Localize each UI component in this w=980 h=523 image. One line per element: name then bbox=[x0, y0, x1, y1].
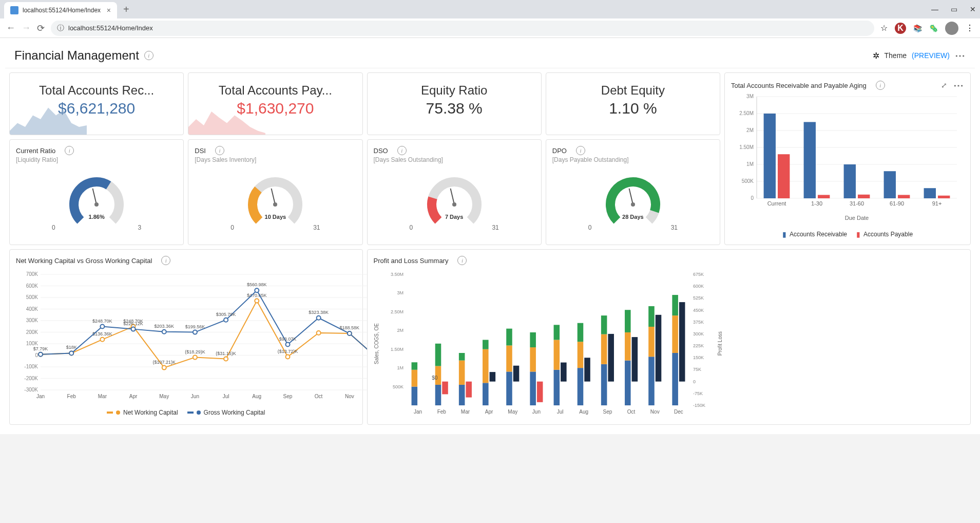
svg-text:Apr: Apr bbox=[485, 409, 493, 415]
svg-line-37 bbox=[629, 189, 632, 204]
svg-text:-150K: -150K bbox=[693, 403, 705, 408]
svg-text:Sep: Sep bbox=[283, 394, 293, 399]
svg-text:-100K: -100K bbox=[24, 364, 38, 369]
svg-rect-190 bbox=[672, 353, 678, 405]
site-info-icon[interactable]: ⓘ bbox=[57, 24, 64, 33]
svg-point-87 bbox=[131, 327, 136, 331]
maximize-icon[interactable]: ▭ bbox=[951, 5, 957, 13]
svg-point-65 bbox=[100, 338, 104, 342]
svg-rect-162 bbox=[530, 332, 536, 347]
gauge-value: 10 Days bbox=[195, 214, 356, 220]
more-options-icon[interactable]: ⋯ bbox=[953, 79, 964, 91]
svg-rect-176 bbox=[601, 334, 607, 364]
svg-rect-148 bbox=[466, 382, 472, 398]
page-title: Financial Management bbox=[14, 48, 139, 63]
svg-rect-173 bbox=[584, 358, 590, 381]
info-icon[interactable]: i bbox=[397, 146, 407, 155]
minimize-icon[interactable]: — bbox=[931, 5, 938, 13]
svg-text:Dec: Dec bbox=[674, 409, 683, 415]
svg-text:($107.21)K: ($107.21)K bbox=[152, 360, 176, 365]
svg-text:0: 0 bbox=[693, 379, 696, 384]
menu-icon[interactable]: ⋮ bbox=[966, 23, 974, 33]
svg-text:3.50M: 3.50M bbox=[390, 272, 403, 277]
svg-text:($18.29)K: ($18.29)K bbox=[185, 349, 205, 354]
kpi-value: 75.38 % bbox=[373, 100, 536, 117]
svg-rect-183 bbox=[631, 337, 638, 382]
svg-rect-18 bbox=[804, 122, 816, 199]
info-icon[interactable]: i bbox=[215, 146, 224, 155]
theme-gear-icon[interactable]: ✲ bbox=[873, 51, 879, 61]
svg-rect-137 bbox=[411, 362, 417, 370]
svg-text:91+: 91+ bbox=[932, 200, 942, 207]
svg-rect-172 bbox=[577, 323, 583, 342]
more-options-icon[interactable]: ⋯ bbox=[955, 49, 966, 62]
svg-text:Oct: Oct bbox=[627, 409, 635, 415]
svg-point-89 bbox=[162, 330, 166, 334]
svg-text:2M: 2M bbox=[746, 127, 754, 133]
svg-text:100K: 100K bbox=[26, 341, 39, 346]
svg-text:225K: 225K bbox=[693, 343, 704, 348]
info-icon[interactable]: i bbox=[876, 81, 885, 90]
info-icon[interactable]: i bbox=[576, 146, 585, 155]
back-icon[interactable]: ← bbox=[6, 23, 15, 33]
theme-label: Theme bbox=[885, 51, 907, 60]
svg-rect-147 bbox=[458, 353, 465, 361]
gauge-svg bbox=[424, 174, 485, 235]
kpi-title: Equity Ratio bbox=[373, 83, 536, 98]
bookmark-icon[interactable]: ☆ bbox=[880, 23, 888, 33]
svg-rect-182 bbox=[625, 310, 631, 332]
info-icon[interactable]: i bbox=[144, 51, 153, 60]
svg-text:($31.15)K: ($31.15)K bbox=[216, 351, 236, 356]
svg-text:$305.79K: $305.79K bbox=[216, 312, 236, 317]
kpi-accounts-payable[interactable]: Total Accounts Pay... $1,630,270 bbox=[188, 72, 362, 135]
favicon-icon bbox=[10, 6, 18, 14]
gauge-svg bbox=[602, 174, 664, 235]
sparkline-ap bbox=[188, 104, 265, 135]
svg-text:3M: 3M bbox=[397, 290, 403, 295]
svg-rect-171 bbox=[577, 342, 583, 368]
kpi-accounts-receivable[interactable]: Total Accounts Rec... $6,621,280 bbox=[9, 72, 184, 135]
extension-icon-2[interactable]: 🦠 bbox=[929, 24, 938, 32]
svg-text:$323.38K: $323.38K bbox=[309, 310, 329, 315]
svg-rect-188 bbox=[655, 315, 661, 382]
svg-text:61-90: 61-90 bbox=[890, 200, 904, 207]
svg-text:Aug: Aug bbox=[579, 409, 588, 415]
pl-ylabel-left: Sales, COGS, OE bbox=[374, 323, 379, 364]
sparkline-ar bbox=[10, 104, 87, 135]
profile-avatar[interactable] bbox=[945, 22, 958, 35]
svg-text:3M: 3M bbox=[746, 94, 754, 99]
close-window-icon[interactable]: ✕ bbox=[970, 5, 976, 13]
new-tab-button[interactable]: + bbox=[123, 4, 129, 15]
extension-k-icon[interactable]: K bbox=[895, 23, 906, 34]
svg-text:$188.58K: $188.58K bbox=[340, 325, 360, 330]
svg-rect-25 bbox=[898, 195, 910, 198]
info-icon[interactable]: i bbox=[161, 256, 170, 265]
legend-nwc: Net Working Capital bbox=[107, 409, 178, 416]
forward-icon[interactable]: → bbox=[22, 23, 31, 33]
tab-close-icon[interactable]: × bbox=[107, 6, 111, 14]
svg-text:1.50M: 1.50M bbox=[390, 347, 403, 352]
svg-rect-155 bbox=[506, 371, 512, 405]
svg-text:Due Date: Due Date bbox=[845, 215, 869, 221]
kpi-debt-equity[interactable]: Debt Equity 1.10 % bbox=[546, 72, 720, 135]
svg-text:500K: 500K bbox=[742, 178, 754, 184]
svg-rect-146 bbox=[458, 361, 465, 385]
svg-text:$93.07K: $93.07K bbox=[279, 337, 297, 342]
browser-tab[interactable]: localhost:55124/Home/Index × bbox=[4, 2, 117, 18]
svg-rect-168 bbox=[561, 363, 567, 382]
info-icon[interactable]: i bbox=[457, 256, 467, 265]
kpi-equity-ratio[interactable]: Equity Ratio 75.38 % bbox=[367, 72, 542, 135]
svg-text:31-60: 31-60 bbox=[850, 200, 864, 207]
svg-rect-180 bbox=[625, 361, 631, 405]
reload-icon[interactable]: ⟳ bbox=[37, 23, 45, 34]
svg-point-91 bbox=[193, 330, 197, 334]
svg-text:$248.70K: $248.70K bbox=[92, 319, 112, 324]
expand-icon[interactable]: ⤢ bbox=[941, 81, 947, 89]
extension-icon-1[interactable]: 📚 bbox=[913, 24, 922, 32]
info-icon[interactable]: i bbox=[65, 146, 74, 155]
url-input[interactable]: ⓘ localhost:55124/Home/Index bbox=[51, 21, 874, 36]
svg-rect-163 bbox=[536, 382, 543, 402]
svg-text:Jun: Jun bbox=[191, 394, 199, 399]
gauge-dso: DSOi [Days Sales Outstanding] 7 Days 031 bbox=[367, 139, 542, 245]
svg-rect-142 bbox=[435, 344, 441, 366]
